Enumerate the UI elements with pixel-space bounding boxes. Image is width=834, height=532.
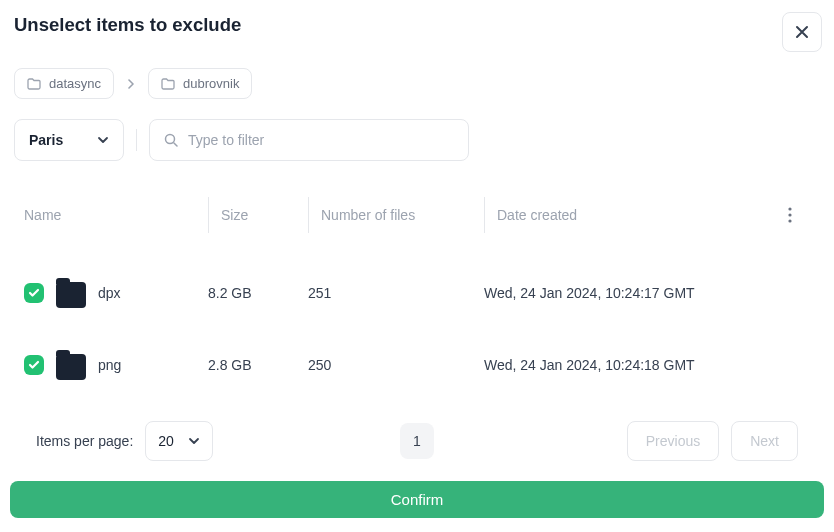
check-icon xyxy=(28,288,40,298)
table-row[interactable]: png 2.8 GB 250 Wed, 24 Jan 2024, 10:24:1… xyxy=(12,329,822,401)
items-per-page-label: Items per page: xyxy=(36,433,133,449)
row-checkbox[interactable] xyxy=(24,283,44,303)
location-select[interactable]: Paris xyxy=(14,119,124,161)
page-current[interactable]: 1 xyxy=(400,423,434,459)
row-size: 8.2 GB xyxy=(208,285,308,301)
page-title: Unselect items to exclude xyxy=(12,12,241,36)
svg-point-1 xyxy=(788,207,791,210)
breadcrumb-item-dubrovnik[interactable]: dubrovnik xyxy=(148,68,252,99)
location-selected-value: Paris xyxy=(29,132,63,148)
breadcrumb-label: datasync xyxy=(49,76,101,91)
filter-search[interactable] xyxy=(149,119,469,161)
search-icon xyxy=(164,133,178,147)
column-header-files[interactable]: Number of files xyxy=(308,197,484,233)
svg-point-0 xyxy=(166,135,175,144)
next-button[interactable]: Next xyxy=(731,421,798,461)
per-page-value: 20 xyxy=(158,433,174,449)
row-size: 2.8 GB xyxy=(208,357,308,373)
confirm-button[interactable]: Confirm xyxy=(10,481,824,518)
folder-icon xyxy=(56,282,86,308)
column-header-size[interactable]: Size xyxy=(208,197,308,233)
chevron-down-icon xyxy=(188,437,200,445)
folder-outline-icon xyxy=(161,78,175,90)
close-button[interactable] xyxy=(782,12,822,52)
column-header-name[interactable]: Name xyxy=(24,197,208,233)
table-row[interactable]: dpx 8.2 GB 251 Wed, 24 Jan 2024, 10:24:1… xyxy=(12,257,822,329)
row-files: 250 xyxy=(308,357,484,373)
row-name: dpx xyxy=(98,285,121,301)
column-header-date[interactable]: Date created xyxy=(484,197,770,233)
items-per-page-select[interactable]: 20 xyxy=(145,421,213,461)
row-checkbox[interactable] xyxy=(24,355,44,375)
previous-button[interactable]: Previous xyxy=(627,421,719,461)
pagination: Items per page: 20 1 Previous Next xyxy=(12,421,822,461)
folder-outline-icon xyxy=(27,78,41,90)
check-icon xyxy=(28,360,40,370)
breadcrumb: datasync dubrovnik xyxy=(12,68,822,99)
chevron-right-icon xyxy=(124,75,138,93)
close-icon xyxy=(795,25,809,39)
row-date: Wed, 24 Jan 2024, 10:24:18 GMT xyxy=(484,357,770,373)
divider xyxy=(136,129,137,151)
breadcrumb-label: dubrovnik xyxy=(183,76,239,91)
table-options-button[interactable] xyxy=(770,197,810,233)
search-input[interactable] xyxy=(188,132,454,148)
chevron-down-icon xyxy=(97,136,109,144)
row-name: png xyxy=(98,357,121,373)
file-table: Name Size Number of files Date created xyxy=(12,197,822,401)
svg-point-3 xyxy=(788,219,791,222)
row-files: 251 xyxy=(308,285,484,301)
breadcrumb-item-datasync[interactable]: datasync xyxy=(14,68,114,99)
kebab-icon xyxy=(788,207,792,223)
folder-icon xyxy=(56,354,86,380)
row-date: Wed, 24 Jan 2024, 10:24:17 GMT xyxy=(484,285,770,301)
svg-point-2 xyxy=(788,213,791,216)
